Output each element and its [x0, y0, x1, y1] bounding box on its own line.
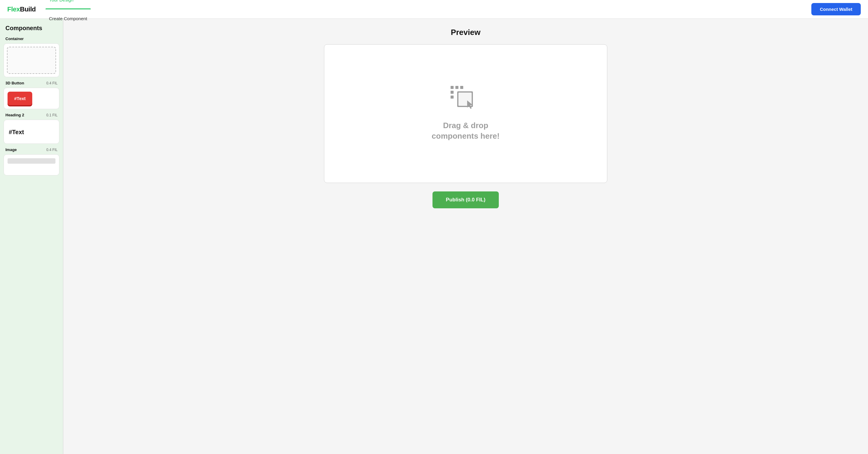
components-sidebar: Components Container 3D Button 0.4 FIL #… [0, 19, 63, 454]
tab-create-component[interactable]: Create Component [45, 9, 91, 28]
container-card[interactable] [4, 43, 59, 77]
heading2-preview: #Text [7, 126, 25, 138]
svg-rect-4 [451, 96, 454, 98]
image-price: 0.4 FIL [46, 148, 58, 152]
3d-button-name: 3D Button [5, 81, 24, 85]
svg-rect-3 [451, 91, 454, 94]
container-preview [7, 47, 56, 74]
image-label-row: Image 0.4 FIL [4, 147, 59, 154]
component-section-heading2: Heading 2 0.1 FIL #Text [0, 113, 63, 147]
logo-build: Build [20, 5, 36, 13]
main-layout: Components Container 3D Button 0.4 FIL #… [0, 19, 868, 454]
heading2-label-row: Heading 2 0.1 FIL [4, 113, 59, 120]
heading2-price: 0.1 FIL [46, 113, 58, 117]
publish-button[interactable]: Publish (0.0 FIL) [433, 191, 498, 208]
component-section-container: Container [0, 36, 63, 81]
container-name: Container [5, 36, 24, 41]
drag-drop-text: Drag & drop components here! [432, 120, 499, 141]
tab-your-design[interactable]: Your Design [45, 0, 91, 9]
svg-rect-2 [460, 86, 463, 89]
preview-title: Preview [451, 28, 480, 37]
3d-button-card[interactable]: #Text [4, 88, 59, 109]
image-name: Image [5, 147, 17, 152]
heading2-card[interactable]: #Text [4, 120, 59, 144]
preview-canvas[interactable]: Drag & drop components here! [324, 44, 607, 183]
3d-button-price: 0.4 FIL [46, 81, 58, 85]
container-label-row: Container [4, 36, 59, 43]
app-header: FlexBuild Your Design Create Component C… [0, 0, 868, 19]
component-section-3d-button: 3D Button 0.4 FIL #Text [0, 81, 63, 113]
svg-rect-0 [451, 86, 454, 89]
main-content: Preview Drag & drop components here! [63, 19, 868, 454]
app-logo: FlexBuild [7, 5, 36, 13]
main-nav: Your Design Create Component [45, 0, 93, 28]
image-preview-bar-1 [7, 158, 56, 164]
component-section-image: Image 0.4 FIL [0, 147, 63, 179]
image-card[interactable] [4, 154, 59, 176]
3d-button-preview: #Text [7, 92, 32, 105]
heading2-name: Heading 2 [5, 113, 24, 117]
drag-drop-icon [451, 86, 481, 113]
3d-button-label-row: 3D Button 0.4 FIL [4, 81, 59, 88]
connect-wallet-button[interactable]: Connect Wallet [811, 3, 861, 16]
svg-rect-1 [456, 86, 458, 89]
